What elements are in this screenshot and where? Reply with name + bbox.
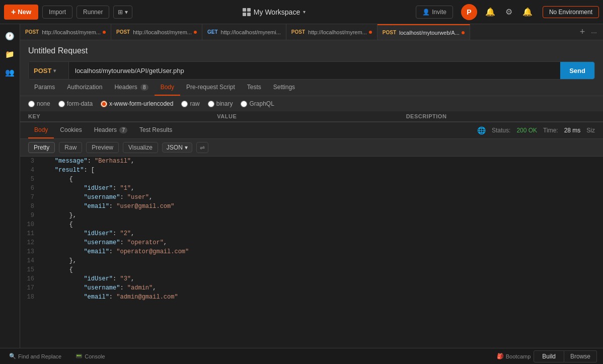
visualize-button[interactable]: Visualize <box>123 142 158 153</box>
tab-authorization[interactable]: Authorization <box>61 80 108 96</box>
sidebar-collection-icon[interactable]: 📁 <box>2 46 18 62</box>
line-content: "username": "admin", <box>40 283 603 293</box>
resp-tab-headers[interactable]: Headers 7 <box>88 122 133 138</box>
environment-selector[interactable]: No Environment <box>543 6 599 18</box>
json-punctuation: : <box>120 239 127 246</box>
bell-icon[interactable]: 🔔 <box>520 5 535 19</box>
avatar[interactable]: P <box>461 4 477 20</box>
resp-tab-cookies[interactable]: Cookies <box>54 122 88 138</box>
json-punctuation: }, <box>40 212 77 219</box>
pretty-button[interactable]: Pretty <box>28 142 55 153</box>
wrap-lines-button[interactable]: ⇌ <box>196 142 208 153</box>
url-input[interactable] <box>69 67 560 75</box>
radio-graphql[interactable]: GraphQL <box>241 100 274 107</box>
code-line: 11 "idUser": "2", <box>20 229 603 238</box>
bottom-bar: 🔍 Find and Replace 📟 Console 🎒 Bootcamp … <box>0 348 603 364</box>
line-number: 10 <box>20 220 40 229</box>
code-line: 13 "email": "operator@gmail.com" <box>20 247 603 256</box>
sidebar-history-icon[interactable]: 🕐 <box>2 28 18 44</box>
browse-button[interactable]: Browse <box>564 350 597 362</box>
json-string: "user" <box>127 194 149 201</box>
code-line: 5 { <box>20 175 603 184</box>
chevron-down-icon: ▾ <box>303 9 306 15</box>
send-button[interactable]: Send <box>560 62 594 79</box>
tab-body[interactable]: Body <box>155 80 180 96</box>
console-button[interactable]: 📟 Console <box>72 351 108 361</box>
json-punctuation: : <box>109 248 116 255</box>
json-punctuation: , <box>131 158 134 165</box>
tab-3[interactable]: GET http://localhost/myremi... <box>202 24 286 40</box>
size-label: Siz <box>586 127 595 134</box>
json-punctuation <box>40 230 84 237</box>
resp-headers-badge: 7 <box>119 127 127 133</box>
json-key: "email" <box>84 203 109 210</box>
json-punctuation: , <box>131 185 134 192</box>
tab-5[interactable]: POST localhost/mytourweb/A... <box>378 24 470 40</box>
method-select[interactable]: POST ▾ <box>29 62 69 79</box>
tab-actions: + ··· <box>574 26 603 38</box>
raw-button[interactable]: Raw <box>59 142 82 153</box>
json-key: "username" <box>84 239 120 246</box>
invite-button[interactable]: 👤 Invite <box>416 6 453 19</box>
radio-urlencoded[interactable]: x-www-form-urlencoded <box>101 100 173 107</box>
json-format-chevron-icon: ▾ <box>185 144 188 151</box>
workspace-selector[interactable]: My Workspace ▾ <box>243 8 306 16</box>
sidebar-team-icon[interactable]: 👥 <box>2 64 18 81</box>
tab-tests[interactable]: Tests <box>241 80 267 96</box>
code-line: 9 }, <box>20 211 603 220</box>
line-number: 3 <box>20 157 40 166</box>
line-content: "email": "user@gmail.com" <box>40 202 603 211</box>
json-string: "2" <box>120 230 131 237</box>
top-bar: + New Import Runner ⊞ ▾ My Workspace ▾ 👤… <box>0 0 603 24</box>
json-punctuation: { <box>40 221 73 228</box>
tab-1-dot <box>103 31 106 34</box>
radio-raw[interactable]: raw <box>181 100 199 107</box>
radio-form-data[interactable]: form-data <box>58 100 93 107</box>
search-icon: 🔍 <box>9 353 16 359</box>
code-line: 18 "email": "admin@gmail.com" <box>20 293 603 302</box>
tab-4-dot <box>369 31 372 34</box>
tab-2[interactable]: POST http://localhost/myrem... <box>111 24 202 40</box>
json-punctuation: : <box>113 275 120 282</box>
json-string: "1" <box>120 185 131 192</box>
layout-button[interactable]: ⊞ ▾ <box>113 6 132 19</box>
tab-settings[interactable]: Settings <box>267 80 301 96</box>
json-punctuation <box>40 284 84 292</box>
new-tab-button[interactable]: + <box>578 26 587 38</box>
kv-desc-col: DESCRIPTION <box>406 113 595 119</box>
line-number: 12 <box>20 238 40 247</box>
line-number: 7 <box>20 193 40 202</box>
method-label: POST <box>34 67 51 75</box>
line-number: 4 <box>20 166 40 175</box>
tab-1[interactable]: POST http://localhost/myrem... <box>20 24 111 40</box>
line-number: 17 <box>20 283 40 293</box>
json-string: "Berhasil" <box>95 158 131 165</box>
new-button[interactable]: + New <box>4 5 38 20</box>
json-key: "result" <box>55 167 84 174</box>
json-punctuation: : [ <box>84 167 95 174</box>
preview-button[interactable]: Preview <box>86 142 119 153</box>
json-punctuation: : <box>120 194 127 201</box>
line-content: "result": [ <box>40 166 603 175</box>
tab-params[interactable]: Params <box>28 80 61 96</box>
response-section: Body Cookies Headers 7 Test Results 🌐 St… <box>20 122 603 348</box>
settings-icon[interactable]: ⚙ <box>503 5 514 19</box>
person-icon: 👤 <box>422 9 430 16</box>
find-replace-button[interactable]: 🔍 Find and Replace <box>6 351 64 361</box>
tab-headers[interactable]: Headers 8 <box>108 80 154 96</box>
more-tabs-button[interactable]: ··· <box>589 27 599 37</box>
resp-tab-test-results[interactable]: Test Results <box>133 122 178 138</box>
build-button[interactable]: Build <box>534 350 564 362</box>
bootcamp-button[interactable]: 🎒 Bootcamp <box>494 350 534 362</box>
radio-none[interactable]: none <box>28 100 50 107</box>
radio-binary[interactable]: binary <box>208 100 233 107</box>
import-button[interactable]: Import <box>42 6 72 19</box>
tab-pre-request[interactable]: Pre-request Script <box>180 80 241 96</box>
json-key: "username" <box>84 284 120 292</box>
tab-2-url: http://localhost/myrem... <box>133 29 192 35</box>
runner-button[interactable]: Runner <box>77 6 109 19</box>
resp-tab-body[interactable]: Body <box>28 122 54 138</box>
flame-icon[interactable]: 🔔 <box>483 5 497 19</box>
json-format-selector[interactable]: JSON ▾ <box>162 142 192 153</box>
tab-4[interactable]: POST http://localhost/myrem... <box>286 24 378 40</box>
